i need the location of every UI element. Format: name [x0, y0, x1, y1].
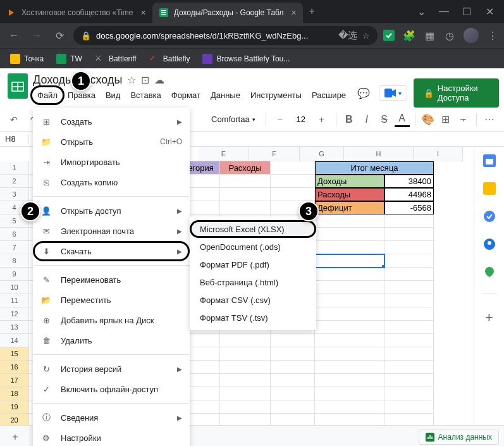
cell[interactable] — [384, 281, 434, 294]
cell[interactable] — [315, 214, 384, 228]
menu-item[interactable]: ✎Переименовать — [33, 269, 190, 290]
submenu-item[interactable]: Формат CSV (.csv) — [190, 291, 316, 309]
menu-item-вставка[interactable]: Вставка — [126, 88, 165, 102]
reload-button[interactable]: ⟳ — [51, 27, 68, 44]
cell[interactable] — [315, 254, 384, 268]
bookmark-item[interactable]: Browse Battlefy Tou... — [197, 51, 295, 66]
merge-button[interactable]: ⫟ — [456, 112, 471, 127]
menu-item[interactable]: ⊕Добавить ярлык на Диск — [33, 310, 190, 330]
row-header[interactable]: 13 — [0, 321, 29, 334]
maps-icon[interactable] — [483, 266, 496, 278]
menu-icon[interactable]: ⋮ — [486, 29, 499, 42]
submenu-item[interactable]: Веб-страница (.html) — [190, 273, 316, 291]
add-icon[interactable]: + — [483, 309, 496, 322]
close-button[interactable]: ✕ — [484, 6, 495, 18]
bookmark-item[interactable]: ⚔Battleriff — [90, 51, 142, 66]
cell[interactable] — [315, 268, 384, 281]
submenu-item[interactable]: Формат TSV (.tsv) — [190, 309, 316, 326]
maximize-button[interactable]: ☐ — [461, 6, 472, 18]
row-header[interactable]: 9 — [0, 268, 29, 281]
extension-icon[interactable]: ▦ — [423, 29, 436, 42]
cell[interactable] — [384, 387, 434, 400]
comments-button[interactable]: 💬 — [355, 82, 372, 104]
menu-item[interactable]: ⎘Создать копию — [33, 172, 190, 192]
menu-item[interactable]: 📂Переместить — [33, 290, 190, 310]
submenu-item[interactable]: Формат PDF (.pdf) — [190, 256, 316, 273]
menu-item-инструменты[interactable]: Инструменты — [246, 88, 306, 102]
cell[interactable] — [271, 361, 315, 374]
menu-item-расшире[interactable]: Расшире — [307, 88, 350, 102]
extension-icon[interactable]: ◷ — [443, 29, 456, 42]
menu-item[interactable]: 👤Открыть доступ▶ — [33, 201, 190, 221]
fill-color-button[interactable]: 🎨 — [421, 112, 436, 127]
cell[interactable] — [220, 175, 271, 188]
puzzle-icon[interactable]: 🧩 — [403, 29, 415, 42]
row-header[interactable]: 16 — [0, 361, 29, 374]
menu-item[interactable]: ⇥Импортировать — [33, 152, 190, 172]
font-size-input[interactable]: 12 — [292, 115, 310, 124]
cell[interactable] — [315, 400, 384, 414]
row-header[interactable]: 11 — [0, 294, 29, 307]
menu-item-данные[interactable]: Данные — [206, 88, 245, 102]
menu-item-файл[interactable]: Файл — [33, 88, 62, 102]
menu-item[interactable]: ✉Электронная почта▶ — [33, 221, 190, 241]
borders-button[interactable]: ⊞ — [438, 112, 453, 127]
cell[interactable]: Итог месяца — [315, 161, 434, 175]
extension-icon[interactable] — [383, 29, 395, 42]
row-header[interactable]: 8 — [0, 254, 29, 268]
cell[interactable] — [315, 387, 384, 400]
font-select[interactable]: Comfortaa▾ — [206, 115, 261, 124]
cell[interactable] — [384, 268, 434, 281]
cell[interactable] — [384, 334, 434, 347]
bookmark-item[interactable]: TW — [51, 51, 87, 66]
browser-tab[interactable]: Хостинговое сообщество «Time × — [0, 3, 152, 23]
add-sheet-button[interactable]: + — [5, 428, 25, 446]
forward-button[interactable]: → — [28, 27, 46, 44]
cell[interactable] — [384, 241, 434, 254]
translate-icon[interactable]: �选 — [338, 30, 357, 42]
back-button[interactable]: ← — [5, 27, 23, 44]
cell[interactable] — [220, 201, 271, 214]
browser-tab-active[interactable]: Доходы/Расходы - Google Табл × — [152, 3, 303, 23]
decrease-font-button[interactable]: − — [271, 111, 289, 128]
menu-item[interactable]: 📁ОткрытьCtrl+O — [33, 132, 190, 152]
cell[interactable] — [315, 334, 384, 347]
row-header[interactable]: 14 — [0, 334, 29, 347]
profile-avatar[interactable] — [464, 28, 479, 43]
cell[interactable] — [384, 374, 434, 387]
submenu-item[interactable]: OpenDocument (.ods) — [190, 238, 316, 256]
cloud-icon[interactable]: ☁ — [154, 74, 164, 86]
cell[interactable] — [271, 334, 315, 347]
cell[interactable]: 38400 — [384, 175, 434, 188]
row-header[interactable]: 17 — [0, 374, 29, 387]
star-icon[interactable]: ☆ — [362, 31, 370, 40]
cell[interactable]: Доходы — [315, 175, 384, 188]
cell[interactable] — [220, 361, 271, 374]
cell[interactable] — [271, 374, 315, 387]
cell[interactable] — [315, 228, 384, 241]
cell[interactable] — [315, 281, 384, 294]
contacts-icon[interactable] — [483, 238, 496, 251]
keep-icon[interactable] — [483, 182, 496, 195]
menu-item[interactable]: ⚙Настройки — [33, 428, 190, 446]
menu-item-формат[interactable]: Формат — [167, 88, 205, 102]
row-header[interactable]: 6 — [0, 228, 29, 241]
text-color-button[interactable]: A — [395, 112, 410, 127]
cell[interactable] — [384, 347, 434, 361]
cell-reference[interactable]: H8 — [0, 134, 29, 144]
italic-button[interactable]: I — [359, 112, 374, 127]
cell[interactable] — [384, 321, 434, 334]
cell[interactable] — [384, 214, 434, 228]
cell[interactable]: Расходы — [220, 161, 271, 175]
meet-button[interactable]: ▾ — [379, 85, 407, 101]
cell[interactable] — [271, 188, 315, 201]
row-header[interactable]: 15 — [0, 347, 29, 361]
move-icon[interactable]: ⊡ — [141, 74, 149, 86]
submenu-item[interactable]: Microsoft Excel (XLSX) — [190, 220, 316, 238]
cell[interactable] — [315, 294, 384, 307]
share-button[interactable]: 🔒Настройки Доступа — [414, 78, 499, 108]
tasks-icon[interactable] — [483, 210, 496, 223]
cell[interactable] — [384, 361, 434, 374]
row-header[interactable]: 20 — [0, 414, 29, 425]
analyze-data-button[interactable]: Анализ данных — [419, 430, 499, 445]
